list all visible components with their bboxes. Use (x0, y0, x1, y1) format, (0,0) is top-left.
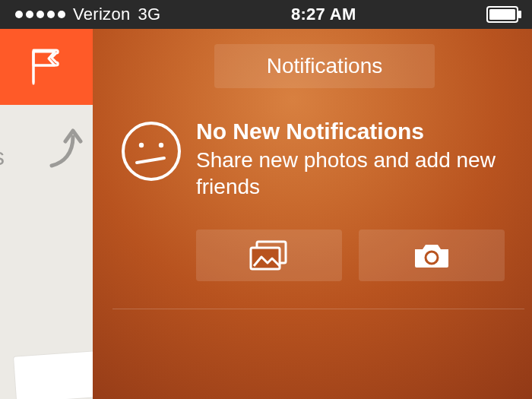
photos-icon (249, 240, 289, 271)
photos-button[interactable] (196, 230, 342, 281)
battery-icon (486, 6, 523, 23)
section-divider (112, 309, 524, 309)
left-sidebar: s (0, 29, 93, 399)
camera-button[interactable] (359, 230, 505, 281)
sidebar-peek-text: s (0, 143, 5, 171)
svg-point-5 (159, 143, 163, 147)
empty-state-subtitle: Share new photos and add new friends (196, 147, 508, 200)
neutral-face-icon (120, 120, 182, 185)
svg-point-3 (123, 123, 179, 179)
card-peek (14, 350, 93, 399)
svg-point-4 (139, 143, 144, 147)
svg-rect-1 (518, 11, 521, 18)
flag-icon (29, 47, 64, 87)
empty-state-actions (196, 230, 505, 281)
sidebar-lower: s (0, 105, 93, 399)
empty-state-title: No New Notifications (196, 119, 508, 145)
network-label: 3G (138, 5, 160, 24)
empty-state: No New Notifications Share new photos an… (112, 119, 508, 200)
page-title-pill: Notifications (214, 44, 435, 88)
flag-button[interactable] (0, 29, 93, 105)
page-title: Notifications (267, 54, 383, 78)
status-time: 8:27 AM (291, 5, 356, 24)
signal-strength-icon (15, 11, 65, 18)
svg-line-6 (137, 158, 164, 163)
status-bar: Verizon 3G 8:27 AM (0, 0, 532, 29)
carrier-label: Verizon (73, 5, 130, 24)
camera-icon (412, 240, 451, 271)
svg-rect-2 (489, 9, 515, 20)
curved-arrow-icon (43, 123, 85, 175)
